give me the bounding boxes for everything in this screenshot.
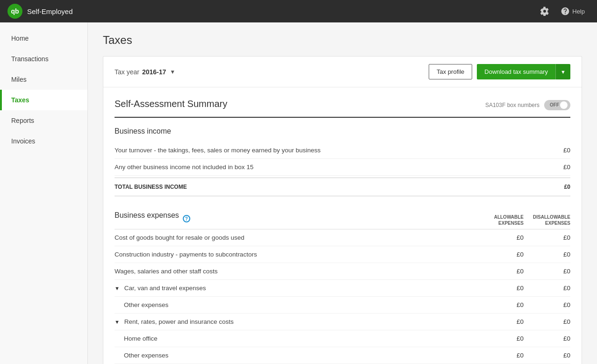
download-group: Download tax summary ▼: [477, 64, 570, 79]
expense-row-7-allowable: £0: [477, 352, 524, 359]
expense-row-5-allowable: £0: [477, 318, 524, 325]
sa103f-toggle[interactable]: OFF: [544, 100, 570, 110]
toggle-label: OFF: [550, 102, 559, 107]
expand-icon-3[interactable]: ▼: [115, 285, 120, 291]
settings-button[interactable]: [535, 3, 554, 20]
sidebar: Home Transactions Miles Taxes Reports In…: [0, 22, 88, 364]
expense-row-3-allowable: £0: [477, 285, 524, 292]
disallowable-col-header: DISALLOWABLEEXPENSES: [524, 214, 570, 226]
toggle-knob: [560, 101, 568, 109]
top-nav: qb Self-Employed Help: [0, 0, 597, 22]
expense-row-1-disallowable: £0: [524, 251, 570, 258]
expense-row-6: Home office £0 £0: [115, 330, 570, 347]
sa103f-label: SA103F box numbers: [485, 102, 539, 108]
download-tax-summary-button[interactable]: Download tax summary: [477, 64, 555, 79]
main-layout: Home Transactions Miles Taxes Reports In…: [0, 22, 597, 364]
expense-row-6-allowable: £0: [477, 335, 524, 342]
summary-title: Self-Assessment Summary: [115, 99, 227, 109]
qb-logo: qb: [7, 4, 22, 19]
expenses-header-row: Business expenses ? ALLOWABLEEXPENSES DI…: [115, 207, 570, 229]
expense-row-0: Cost of goods bought for resale or goods…: [115, 229, 570, 246]
expense-row-0-disallowable: £0: [524, 234, 570, 241]
expense-row-0-allowable: £0: [477, 234, 524, 241]
expenses-title-row: Business expenses ?: [115, 211, 477, 226]
expense-row-3-disallowable: £0: [524, 285, 570, 292]
expense-row-5-disallowable: £0: [524, 318, 570, 325]
income-row-0-value: £0: [542, 147, 570, 154]
expense-row-5: ▼ Rent, rates, power and insurance costs…: [115, 314, 570, 330]
expand-icon-5[interactable]: ▼: [115, 319, 120, 325]
income-row-1-label: Any other business income not included i…: [115, 164, 542, 171]
summary-header: Self-Assessment Summary SA103F box numbe…: [115, 99, 570, 118]
expense-row-6-label: Home office: [124, 335, 477, 342]
expense-row-4-label: Other expenses: [124, 301, 477, 308]
help-label: Help: [572, 8, 585, 15]
sidebar-item-invoices[interactable]: Invoices: [0, 131, 87, 151]
tax-year-bar: Tax year 2016-17 ▼ Tax profile Download …: [103, 57, 582, 87]
app-title: Self-Employed: [27, 7, 73, 15]
expense-row-3-label: ▼ Car, van and travel expenses: [115, 285, 477, 292]
expense-row-2-allowable: £0: [477, 268, 524, 275]
expense-row-4-allowable: £0: [477, 301, 524, 308]
sidebar-item-home[interactable]: Home: [0, 28, 87, 49]
main-content: Taxes Tax year 2016-17 ▼ Tax profile Dow…: [88, 22, 597, 364]
income-row-1: Any other business income not included i…: [115, 159, 570, 176]
sidebar-item-transactions[interactable]: Transactions: [0, 49, 87, 69]
tax-profile-button[interactable]: Tax profile: [429, 64, 472, 79]
expense-row-1-allowable: £0: [477, 251, 524, 258]
page-title: Taxes: [103, 34, 582, 47]
gear-icon: [540, 7, 549, 16]
expense-row-4: Other expenses £0 £0: [115, 297, 570, 314]
expense-row-7-disallowable: £0: [524, 352, 570, 359]
sidebar-item-reports[interactable]: Reports: [0, 110, 87, 131]
sa103f-row: SA103F box numbers OFF: [485, 100, 570, 110]
expense-row-7-label: Other expenses: [124, 352, 477, 359]
tax-year-label: Tax year: [115, 68, 139, 76]
tax-year-value: 2016-17: [142, 68, 166, 76]
expense-row-2: Wages, salaries and other staff costs £0…: [115, 263, 570, 280]
tax-year-dropdown-arrow[interactable]: ▼: [170, 69, 175, 75]
business-income-section: Business income Your turnover - the taki…: [115, 127, 570, 196]
allowable-col-header: ALLOWABLEEXPENSES: [477, 214, 524, 226]
taxes-card: Tax year 2016-17 ▼ Tax profile Download …: [103, 56, 582, 364]
total-income-row: TOTAL BUSINESS INCOME £0: [115, 178, 570, 196]
total-income-label: TOTAL BUSINESS INCOME: [115, 184, 542, 190]
expense-row-0-label: Cost of goods bought for resale or goods…: [115, 234, 477, 241]
expense-row-7: Other expenses £0 £0: [115, 347, 570, 364]
help-button[interactable]: Help: [556, 3, 590, 20]
business-expenses-title: Business expenses: [115, 211, 179, 220]
total-income-value: £0: [542, 184, 570, 190]
expense-row-4-disallowable: £0: [524, 301, 570, 308]
tax-year-actions: Tax profile Download tax summary ▼: [429, 64, 570, 79]
business-income-title: Business income: [115, 127, 570, 136]
income-row-0-label: Your turnover - the takings, fees, sales…: [115, 147, 542, 154]
expense-row-2-label: Wages, salaries and other staff costs: [115, 268, 477, 275]
expense-row-6-disallowable: £0: [524, 335, 570, 342]
nav-logo-area: qb Self-Employed: [7, 4, 73, 19]
expenses-help-icon[interactable]: ?: [183, 215, 190, 222]
income-row-1-value: £0: [542, 164, 570, 171]
help-circle-icon: [561, 7, 570, 16]
expenses-title-cell: Business expenses ?: [115, 211, 477, 226]
business-expenses-section: Business expenses ? ALLOWABLEEXPENSES DI…: [115, 207, 570, 364]
download-dropdown-button[interactable]: ▼: [555, 64, 570, 79]
expense-row-1-label: Construction industry - payments to subc…: [115, 251, 477, 258]
expense-row-2-disallowable: £0: [524, 268, 570, 275]
income-row-0: Your turnover - the takings, fees, sales…: [115, 142, 570, 159]
sidebar-item-taxes[interactable]: Taxes: [0, 90, 87, 110]
sidebar-item-miles[interactable]: Miles: [0, 69, 87, 90]
expense-row-5-label: ▼ Rent, rates, power and insurance costs: [115, 318, 477, 325]
tax-year-selector: Tax year 2016-17 ▼: [115, 68, 175, 76]
expense-row-1: Construction industry - payments to subc…: [115, 246, 570, 263]
nav-actions: Help: [535, 3, 590, 20]
expense-row-3: ▼ Car, van and travel expenses £0 £0: [115, 280, 570, 297]
summary-area: Self-Assessment Summary SA103F box numbe…: [103, 87, 582, 364]
